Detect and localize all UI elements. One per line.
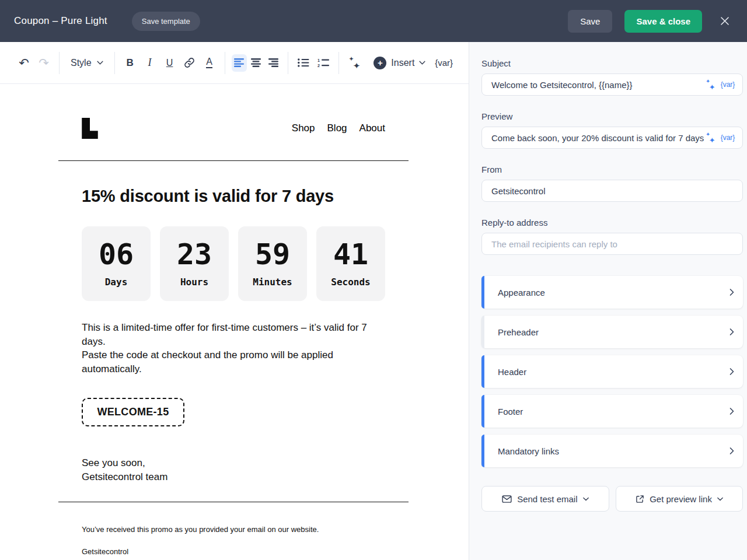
underline-button[interactable]: U: [163, 54, 177, 72]
email-nav: Shop Blog About: [292, 123, 385, 134]
from-label: From: [481, 164, 743, 174]
brand-logo: [82, 118, 98, 139]
ai-sparkle-icon[interactable]: ✦✦: [706, 80, 715, 90]
coupon-code[interactable]: WELCOME-15: [82, 398, 184, 426]
toolbar-divider: [288, 52, 288, 74]
style-dropdown[interactable]: Style: [65, 54, 109, 72]
preview-label: Preview: [481, 111, 743, 121]
align-center-icon[interactable]: [249, 54, 264, 72]
redo-icon[interactable]: ↷: [37, 54, 51, 72]
undo-icon[interactable]: ↶: [17, 54, 31, 72]
section-appearance[interactable]: Appearance: [481, 276, 743, 309]
email-footer-note[interactable]: You’ve received this promo as you provid…: [82, 525, 385, 534]
preview-input[interactable]: Come back soon, your 20% discount is val…: [481, 127, 743, 149]
countdown-hours: 23 Hours: [160, 226, 229, 301]
variable-button[interactable]: {var}: [721, 80, 735, 89]
align-right-icon[interactable]: [266, 54, 281, 72]
toolbar-divider: [225, 52, 225, 74]
svg-text:1: 1: [317, 58, 320, 62]
save-button[interactable]: Save: [568, 10, 612, 33]
plus-icon: +: [374, 57, 386, 69]
toolbar-divider: [338, 52, 339, 74]
variable-button[interactable]: {var}: [721, 134, 735, 142]
chevron-down-icon: [97, 61, 103, 65]
italic-button[interactable]: I: [143, 54, 157, 72]
section-preheader[interactable]: Preheader: [481, 316, 743, 348]
svg-text:2: 2: [317, 64, 320, 68]
send-test-email-button[interactable]: Send test email: [481, 486, 609, 512]
external-link-icon: [636, 495, 644, 503]
email-nav-about[interactable]: About: [359, 123, 385, 134]
numbered-list-icon[interactable]: 12: [316, 54, 330, 72]
ai-sparkle-icon[interactable]: ✦✦: [347, 54, 361, 72]
countdown-days: 06 Days: [82, 226, 151, 301]
chevron-right-icon: [729, 447, 734, 455]
email-nav-blog[interactable]: Blog: [327, 123, 347, 134]
settings-sections: Appearance Preheader Header Footer Manda…: [481, 276, 743, 467]
chevron-right-icon: [729, 368, 734, 376]
link-icon[interactable]: [183, 54, 197, 72]
email-footer-brand[interactable]: Getsitecontrol: [82, 547, 385, 556]
toolbar-divider: [114, 52, 115, 74]
section-header[interactable]: Header: [481, 355, 743, 388]
page-title: Coupon – Pure Light: [14, 15, 107, 27]
from-input[interactable]: Getsitecontrol: [481, 180, 743, 202]
editor-toolbar: ↶ ↷ Style B I U A: [0, 42, 469, 84]
countdown-minutes: 59 Minutes: [238, 226, 307, 301]
align-left-icon[interactable]: [232, 54, 247, 72]
reply-to-label: Reply-to address: [481, 218, 743, 228]
email-body-text[interactable]: This is a limited-time offer for first-t…: [82, 321, 385, 376]
bold-button[interactable]: B: [123, 54, 137, 72]
save-template-button[interactable]: Save template: [132, 12, 200, 31]
email-divider-top: [58, 160, 409, 161]
settings-panel: Subject Welcome to Getsitecontrol, {{nam…: [469, 42, 747, 560]
email-nav-shop[interactable]: Shop: [292, 123, 315, 134]
topbar: Coupon – Pure Light Save template Save S…: [0, 0, 747, 42]
section-mandatory-links[interactable]: Mandatory links: [481, 435, 743, 467]
subject-label: Subject: [481, 58, 743, 68]
insert-dropdown[interactable]: + Insert: [374, 54, 425, 72]
email-divider-bottom: [58, 502, 409, 502]
countdown-timer[interactable]: 06 Days 23 Hours 59 Minutes 41: [82, 226, 385, 301]
close-icon[interactable]: [717, 13, 733, 29]
section-footer[interactable]: Footer: [481, 395, 743, 428]
chevron-down-icon: [717, 497, 723, 501]
toolbar-divider: [59, 52, 60, 74]
save-and-close-button[interactable]: Save & close: [624, 10, 702, 33]
bullet-list-icon[interactable]: [296, 54, 310, 72]
email-editor-pane: ↶ ↷ Style B I U A: [0, 42, 469, 560]
email-heading[interactable]: 15% discount is valid for 7 days: [82, 187, 385, 206]
chevron-right-icon: [729, 408, 734, 415]
chevron-down-icon: [583, 497, 589, 501]
envelope-icon: [502, 495, 512, 503]
variable-button[interactable]: {var}: [436, 54, 452, 72]
text-color-button[interactable]: A: [203, 54, 217, 72]
ai-sparkle-icon[interactable]: ✦✦: [706, 133, 715, 143]
get-preview-link-button[interactable]: Get preview link: [616, 486, 743, 512]
reply-to-input[interactable]: The email recipients can reply to: [481, 233, 743, 255]
email-canvas[interactable]: Shop Blog About 15% discount is valid fo…: [0, 84, 469, 560]
chevron-down-icon: [419, 61, 425, 65]
chevron-right-icon: [729, 328, 734, 336]
subject-input[interactable]: Welcome to Getsitecontrol, {{name}} ✦✦ {…: [481, 74, 743, 96]
chevron-right-icon: [729, 289, 734, 296]
countdown-seconds: 41 Seconds: [316, 226, 385, 301]
email-signoff[interactable]: See you soon, Getsitecontrol team: [82, 456, 385, 484]
insert-dropdown-label: Insert: [391, 58, 414, 68]
style-dropdown-label: Style: [71, 58, 92, 68]
